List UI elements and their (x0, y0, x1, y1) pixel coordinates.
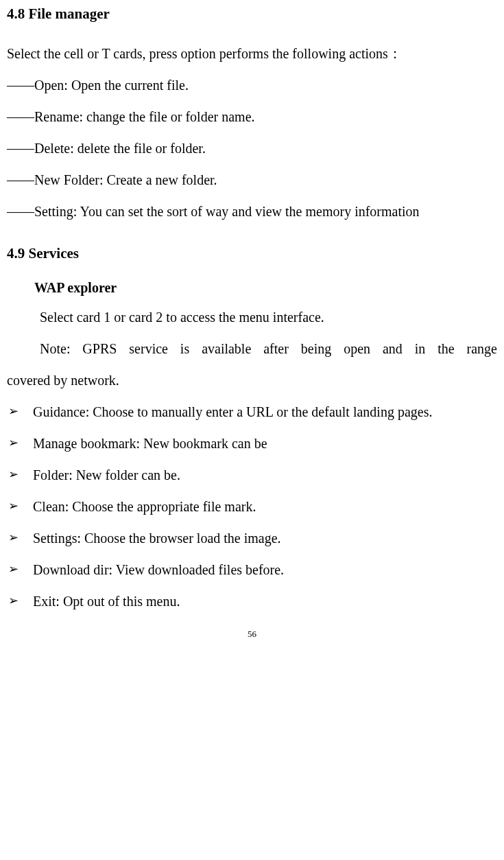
bullet-item: ➢ Settings: Choose the browser load the … (7, 522, 497, 554)
wap-explorer-subheading: WAP explorer (7, 278, 497, 297)
wap-note-rest: covered by network. (7, 373, 119, 388)
wap-line-1: Select card 1 or card 2 to access the me… (7, 301, 497, 333)
bullet-marker-icon: ➢ (7, 396, 33, 428)
bullet-content: Exit: Opt out of this menu. (33, 585, 497, 617)
dash-item: ——Setting: You can set the sort of way a… (7, 196, 497, 227)
bullet-marker-icon: ➢ (7, 522, 33, 554)
bullet-marker-icon: ➢ (7, 554, 33, 585)
section-heading-49: 4.9 Services (7, 244, 497, 264)
bullet-content: Folder: New folder can be. (33, 459, 497, 491)
bullet-item: ➢ Manage bookmark: New bookmark can be (7, 428, 497, 459)
bullet-item: ➢ Folder: New folder can be. (7, 459, 497, 491)
wap-note: Note: GPRS service is available after be… (7, 333, 497, 396)
bullet-content: Clean: Choose the appropriate file mark. (33, 491, 497, 522)
section-48-intro: Select the cell or T cards, press option… (7, 38, 497, 69)
dash-item: ——Delete: delete the file or folder. (7, 132, 497, 164)
bullet-item: ➢ Clean: Choose the appropriate file mar… (7, 491, 497, 522)
bullet-item: ➢ Exit: Opt out of this menu. (7, 585, 497, 617)
page-number: 56 (7, 629, 497, 638)
bullet-content: Guidance: Choose to manually enter a URL… (33, 396, 497, 428)
bullet-content: Manage bookmark: New bookmark can be (33, 428, 497, 459)
bullet-marker-icon: ➢ (7, 491, 33, 522)
bullet-item: ➢ Download dir: View downloaded files be… (7, 554, 497, 585)
bullet-content: Settings: Choose the browser load the im… (33, 522, 497, 554)
dash-item: ——Rename: change the file or folder name… (7, 101, 497, 132)
bullet-item: ➢ Guidance: Choose to manually enter a U… (7, 396, 497, 428)
bullet-marker-icon: ➢ (7, 459, 33, 491)
dash-item: ——Open: Open the current file. (7, 69, 497, 101)
bullet-marker-icon: ➢ (7, 585, 33, 617)
wap-note-first-line: Note: GPRS service is available after be… (7, 333, 497, 364)
bullet-content: Download dir: View downloaded files befo… (33, 554, 497, 585)
dash-item: ——New Folder: Create a new folder. (7, 164, 497, 196)
bullet-marker-icon: ➢ (7, 428, 33, 459)
section-heading-48: 4.8 File manager (7, 4, 497, 24)
